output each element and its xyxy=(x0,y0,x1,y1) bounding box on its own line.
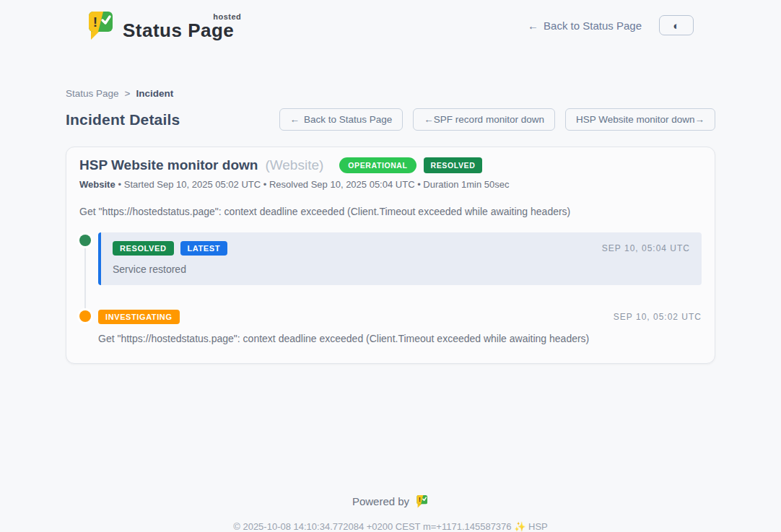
powered-by-label: Powered by xyxy=(352,495,409,507)
incident-title: HSP Website monitor down xyxy=(79,157,258,173)
arrow-left-icon: ← xyxy=(424,114,434,125)
arrow-left-icon: ← xyxy=(528,19,538,32)
latest-update-panel: RESOLVED LATEST SEP 10, 05:04 UTC Servic… xyxy=(98,232,702,285)
incident-nav-buttons: ← Back to Status Page ← SPF record monit… xyxy=(279,108,715,131)
arrow-right-icon: → xyxy=(695,114,705,125)
incident-meta: Website• Started Sep 10, 2025 05:02 UTC … xyxy=(79,179,702,190)
timeline-dot-investigating xyxy=(79,310,91,322)
main-content: Status Page > Incident Incident Details … xyxy=(66,88,715,532)
meta-details: • Started Sep 10, 2025 05:02 UTC • Resol… xyxy=(118,179,510,190)
update-message: Get "https://hostedstatus.page": context… xyxy=(98,333,702,344)
breadcrumb-item-status-page[interactable]: Status Page xyxy=(66,88,119,99)
footer: Powered by ! © 2025-10-08 14:10:34.77208… xyxy=(66,494,715,532)
breadcrumb: Status Page > Incident xyxy=(66,88,715,99)
incident-timeline: RESOLVED LATEST SEP 10, 05:04 UTC Servic… xyxy=(79,232,702,344)
back-link-label: Back to Status Page xyxy=(544,19,642,32)
update-message: Service restored xyxy=(113,263,690,275)
operational-status-badge: OPERATIONAL xyxy=(339,157,416,173)
arrow-left-icon: ← xyxy=(290,114,300,125)
timeline-entry: RESOLVED LATEST SEP 10, 05:04 UTC Servic… xyxy=(79,232,702,285)
update-timestamp: SEP 10, 05:02 UTC xyxy=(614,312,702,322)
footer-logo-icon[interactable]: ! xyxy=(415,494,429,509)
timeline-dot-resolved xyxy=(79,235,91,246)
resolved-badge: RESOLVED xyxy=(113,241,174,256)
timeline-entry: INVESTIGATING SEP 10, 05:02 UTC Get "htt… xyxy=(79,308,702,344)
contrast-icon: ◐ xyxy=(673,19,679,32)
logo-title: Status Page xyxy=(123,19,234,41)
meta-component-name: Website xyxy=(79,179,115,190)
incident-card: HSP Website monitor down (Website) OPERA… xyxy=(66,147,715,364)
resolved-status-badge: RESOLVED xyxy=(424,157,483,173)
update-timestamp: SEP 10, 05:04 UTC xyxy=(602,243,690,253)
latest-badge: LATEST xyxy=(180,241,228,256)
status-bubble-logo-icon: ! xyxy=(85,9,115,42)
svg-text:!: ! xyxy=(93,14,97,30)
page-title: Incident Details xyxy=(66,111,180,128)
breadcrumb-item-incident: Incident xyxy=(136,88,173,99)
theme-toggle-button[interactable]: ◐ xyxy=(659,15,694,35)
investigating-badge: INVESTIGATING xyxy=(98,310,180,324)
app-logo[interactable]: ! Status Page hosted xyxy=(85,9,238,42)
header: ! Status Page hosted ← Back to Status Pa… xyxy=(66,0,715,42)
svg-text:!: ! xyxy=(419,496,421,503)
breadcrumb-separator: > xyxy=(125,88,131,99)
incident-description: Get "https://hostedstatus.page": context… xyxy=(79,206,702,217)
back-to-status-page-link[interactable]: ← Back to Status Page xyxy=(528,19,642,32)
logo-superscript: hosted xyxy=(213,12,241,21)
prev-incident-button[interactable]: ← SPF record monitor down xyxy=(413,108,555,131)
back-to-status-page-button[interactable]: ← Back to Status Page xyxy=(279,108,403,131)
next-incident-button[interactable]: HSP Website monitor down → xyxy=(565,108,715,131)
copyright-text: © 2025-10-08 14:10:34.772084 +0200 CEST … xyxy=(66,521,715,532)
incident-component: (Website) xyxy=(265,157,323,173)
